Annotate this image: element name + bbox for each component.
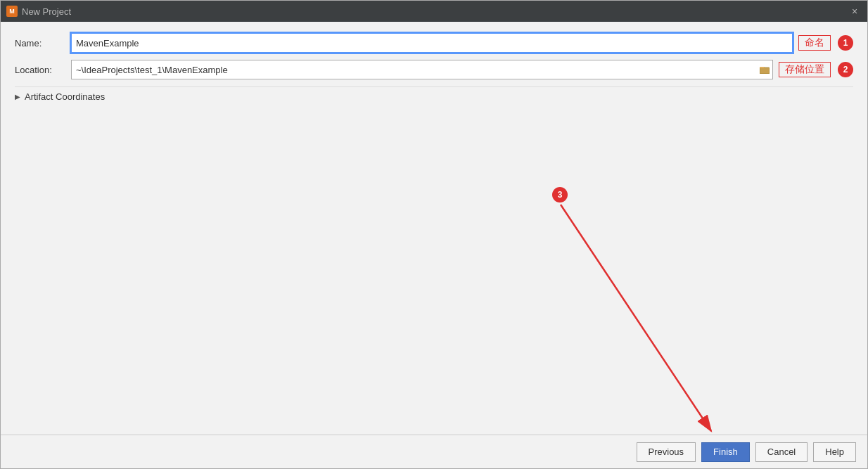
name-annotation: 命名 [798,35,831,51]
help-button[interactable]: Help [813,442,856,462]
name-row: Name: 命名 1 [15,33,853,53]
name-input-wrapper [71,33,793,53]
close-button[interactable]: × [848,4,862,18]
badge-3: 3 [552,187,568,203]
dialog-title: New Project [22,6,71,17]
badge-2: 2 [838,62,853,77]
cancel-button[interactable]: Cancel [755,442,808,462]
location-row: Location: 存储位置 2 [15,60,853,79]
artifact-coordinates-label: Artifact Coordinates [25,91,105,102]
title-bar-left: M New Project [6,6,71,17]
name-input[interactable] [71,33,793,53]
previous-button[interactable]: Previous [637,442,696,462]
artifact-coordinates-section[interactable]: ▶ Artifact Coordinates [15,86,853,106]
button-bar: Previous Finish Cancel Help [1,435,867,468]
title-bar: M New Project × [1,1,867,22]
svg-rect-0 [760,68,770,74]
finish-button[interactable]: Finish [701,442,750,462]
new-project-dialog: M New Project × Name: 命名 1 Location: [0,0,868,469]
app-icon: M [6,6,18,17]
annotation-arrow [1,22,867,435]
location-input-wrapper [71,60,773,79]
location-label: Location: [15,65,71,75]
browse-folder-button[interactable] [758,63,772,77]
location-annotation: 存储位置 [779,62,831,77]
location-input[interactable] [71,60,773,79]
badge-1: 1 [838,35,853,51]
name-label: Name: [15,38,71,49]
expand-arrow-icon: ▶ [15,93,20,101]
svg-line-2 [561,205,711,431]
main-content: Name: 命名 1 Location: 存储位置 2 [1,22,867,435]
